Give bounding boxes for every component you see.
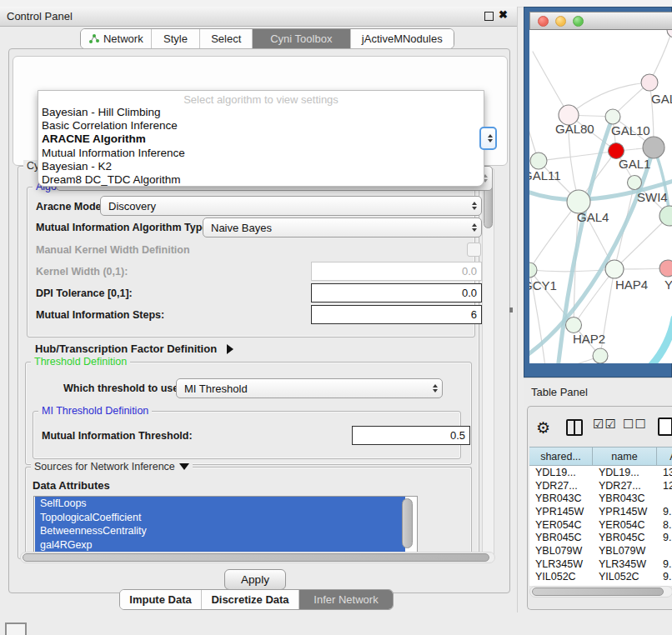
attribute-topologicalcoefficient[interactable]: TopologicalCoefficient (35, 511, 405, 525)
tab-impute-data[interactable]: Impute Data (120, 590, 202, 609)
dpi-tolerance-field[interactable]: 0.0 (311, 283, 482, 302)
table-row[interactable]: YIL052CYIL052C9. (529, 571, 672, 584)
table-cell[interactable] (657, 544, 672, 558)
table-cell[interactable]: 9. (657, 531, 672, 544)
table-cell[interactable]: YBL079W (593, 544, 657, 558)
table-cell[interactable]: 8. (657, 518, 672, 532)
table-row[interactable]: YDL19...YDL19...13 (529, 466, 672, 479)
close-traffic-light-icon[interactable] (538, 16, 549, 27)
dropdown-item-aracne[interactable]: ARACNE Algorithm (38, 132, 484, 146)
attribute-gal4rgexp[interactable]: gal4RGexp (35, 538, 405, 552)
table-cell[interactable]: YBR043C (593, 492, 657, 505)
mi-steps-field[interactable]: 6 (311, 305, 482, 324)
float-window-icon[interactable] (484, 12, 494, 21)
docked-panel-icon[interactable] (5, 622, 27, 635)
table-horizontal-scrollbar[interactable] (529, 586, 672, 598)
attribute-betweennesscentrality[interactable]: BetweennessCentrality (35, 524, 405, 538)
tab-infer-network[interactable]: Infer Network (299, 590, 393, 609)
table-row[interactable]: YBR043CYBR043C (529, 492, 672, 505)
network-node-arc-node[interactable] (667, 30, 672, 38)
table-cell[interactable]: YDR27... (593, 479, 657, 492)
attribute-list-scrollbar[interactable] (402, 498, 413, 548)
table-cell[interactable]: 9. (657, 505, 672, 518)
kernel-width-field[interactable]: 0.0 (311, 262, 482, 281)
table-cell[interactable]: YBR045C (529, 531, 593, 544)
dropdown-item-bayesian-k2[interactable]: Bayesian - K2 (38, 160, 484, 173)
table-cell[interactable]: YBR045C (593, 531, 657, 544)
table-cell[interactable]: 9. (657, 571, 672, 584)
tab-discretize-data[interactable]: Discretize Data (202, 590, 299, 609)
table-cell[interactable] (657, 492, 672, 505)
network-node-GAL11[interactable] (530, 152, 547, 169)
column-header-name[interactable]: name (593, 448, 657, 466)
network-node-HAP2[interactable] (566, 318, 582, 333)
tab-style[interactable]: Style (152, 29, 201, 48)
table-cell[interactable]: YBL079W (529, 544, 593, 558)
close-icon[interactable]: ✖ (499, 8, 508, 21)
network-window-titlebar[interactable] (529, 12, 672, 30)
table-cell[interactable]: YIL052C (529, 571, 593, 584)
panel-splitter-handle[interactable] (509, 308, 513, 312)
table-row[interactable]: YLR345WYLR345W9. (529, 558, 672, 571)
network-node-gray-node[interactable] (643, 137, 664, 158)
dropdown-item-bayesian-hill-climbing[interactable]: Bayesian - Hill Climbing (38, 106, 484, 119)
column-header-a[interactable]: A (657, 448, 672, 466)
tab-cyni-toolbox[interactable]: Cyni Toolbox (253, 29, 350, 48)
manual-kernel-checkbox[interactable] (467, 242, 481, 257)
network-node-GAL10[interactable] (605, 109, 620, 124)
dropdown-item-basic-correlation[interactable]: Basic Correlation Inference (38, 119, 484, 132)
tab-jactivemnodules[interactable]: jActiveMNodules (351, 29, 454, 48)
network-node-GCY1[interactable] (529, 262, 537, 278)
table-cell[interactable]: YPR145W (593, 505, 657, 518)
table-row[interactable]: YBR045CYBR045C9. (529, 531, 672, 544)
mi-type-combobox[interactable]: Naive Bayes (203, 218, 482, 238)
which-threshold-combobox[interactable]: MI Threshold (176, 378, 443, 398)
sources-group-title[interactable]: Sources for Network Inference (31, 461, 193, 472)
table-cell[interactable]: YLR345W (529, 558, 593, 571)
table-cell[interactable]: YLR345W (593, 558, 657, 571)
data-attributes-list[interactable]: SelfLoops TopologicalCoefficient Between… (33, 496, 418, 553)
algorithm-combobox-stepper[interactable] (479, 127, 497, 150)
table-cell[interactable]: YDL19... (593, 466, 657, 479)
apply-button[interactable]: Apply (224, 569, 286, 590)
zoom-traffic-light-icon[interactable] (573, 16, 584, 27)
gear-icon[interactable]: ⚙ (536, 418, 550, 438)
column-header-shared[interactable]: shared... (529, 448, 593, 466)
table-cell[interactable]: YDR27... (529, 479, 593, 492)
column-layout-icon[interactable] (566, 419, 583, 436)
table-cell[interactable]: 13 (657, 466, 672, 479)
settings-hscroll-thumb[interactable] (23, 553, 489, 562)
hub-section-label[interactable]: Hub/Transcription Factor Definition (35, 342, 233, 355)
table-row[interactable]: YBL079WYBL079W (529, 544, 672, 558)
mi-threshold-field[interactable]: 0.5 (352, 426, 470, 445)
checked-pair-icon[interactable]: ☑☑ (593, 417, 617, 432)
table-cell[interactable]: YDL19... (529, 466, 593, 479)
node-table[interactable]: shared... name A YDL19...YDL19...13YDR27… (529, 447, 672, 586)
table-hscroll-thumb[interactable] (532, 588, 664, 596)
table-cell[interactable]: 12 (657, 479, 672, 492)
table-cell[interactable]: 9. (657, 558, 672, 571)
network-node-gal-cut[interactable] (641, 74, 658, 91)
table-row[interactable]: YDR27...YDR27...12 (529, 479, 672, 492)
network-node-pink-right[interactable] (659, 260, 672, 277)
network-canvas[interactable]: GALGAL80GAL10GAL1GAL11SWI4GAL4GCY1HAP4YH… (529, 30, 672, 363)
table-cell[interactable]: YER054C (529, 518, 593, 532)
network-node-bottom-green[interactable] (593, 348, 608, 363)
network-node-SWI4[interactable] (628, 176, 642, 190)
table-row[interactable]: YER054CYER054C8. (529, 518, 672, 532)
table-cell[interactable]: YIL052C (593, 571, 657, 584)
collapsed-arrow-icon[interactable] (227, 344, 233, 354)
tab-network[interactable]: Network (81, 29, 152, 48)
unchecked-pair-icon[interactable]: ☐☐ (623, 417, 647, 432)
expanded-arrow-icon[interactable] (179, 463, 189, 470)
table-cell[interactable]: YBR043C (529, 492, 593, 505)
attribute-selfloops[interactable]: SelfLoops (35, 497, 405, 511)
table-cell[interactable]: YER054C (593, 518, 657, 532)
table-cell[interactable]: YPR145W (529, 505, 593, 518)
minimize-traffic-light-icon[interactable] (555, 16, 566, 27)
dropdown-item-mutual-information[interactable]: Mutual Information Inference (38, 147, 484, 160)
table-row[interactable]: YPR145WYPR145W9. (529, 505, 672, 518)
tab-select[interactable]: Select (200, 29, 253, 48)
aracne-mode-combobox[interactable]: Discovery (100, 196, 482, 216)
network-node-HAP4[interactable] (605, 260, 624, 278)
